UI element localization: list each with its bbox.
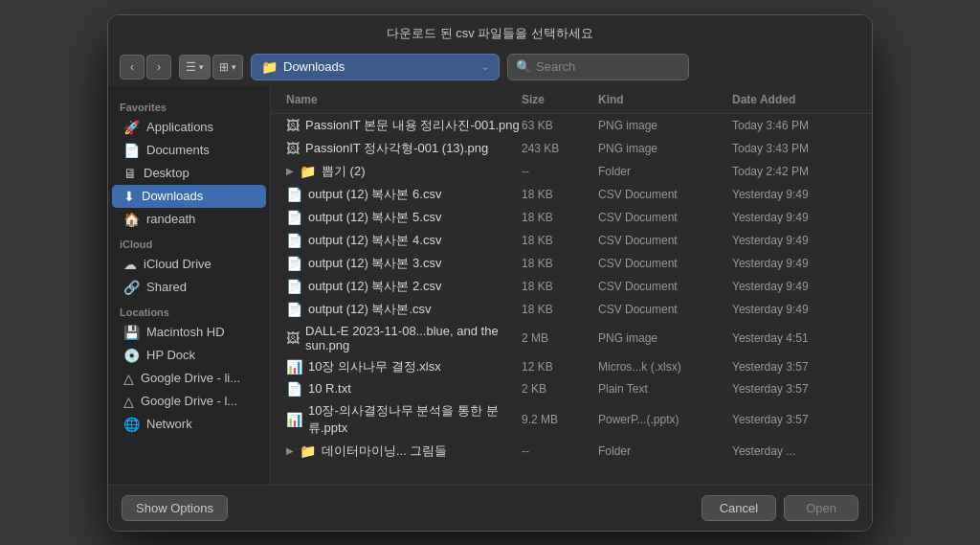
file-type-icon: 🖼 — [286, 141, 300, 156]
file-size: 243 KB — [522, 142, 598, 155]
list-view-button[interactable]: ☰ ▾ — [179, 55, 211, 79]
sidebar-item-macintosh-hd[interactable]: 💾 Macintosh HD — [112, 321, 266, 344]
sidebar-label-randeath: randeath — [146, 212, 195, 226]
main-area: Favorites 🚀 Applications 📄 Documents 🖥 D… — [108, 86, 872, 485]
gdrive2-icon: △ — [123, 394, 134, 409]
col-date: Date Added — [732, 90, 857, 109]
search-input[interactable] — [536, 59, 680, 74]
sidebar-label-macintosh-hd: Macintosh HD — [146, 325, 225, 339]
table-row[interactable]: 📄 10 R.txt 2 KB Plain Text Yesterday 3:5… — [271, 378, 872, 399]
list-icon: ☰ — [186, 60, 196, 74]
file-kind: Micros...k (.xlsx) — [598, 360, 732, 374]
grid-icon: ⊞ — [219, 60, 229, 74]
dialog-title: 다운로드 된 csv 파일들을 선택하세요 — [108, 15, 872, 48]
open-file-dialog: 다운로드 된 csv 파일들을 선택하세요 ‹ › ☰ ▾ ⊞ ▾ 📁 Down… — [107, 14, 873, 532]
applications-icon: 🚀 — [123, 120, 140, 135]
file-name-text: 10장 의사나무 결정.xlsx — [308, 358, 441, 375]
file-date: Yesterday 9:49 — [732, 280, 857, 293]
show-options-button[interactable]: Show Options — [122, 495, 228, 521]
file-kind: PNG image — [598, 119, 732, 132]
search-icon: 🔍 — [516, 59, 531, 74]
folder-file-icon: 📁 — [300, 443, 316, 459]
shared-icon: 🔗 — [123, 280, 140, 295]
file-date: Today 3:43 PM — [732, 142, 857, 155]
file-name-text: 데이터마이닝... 그림들 — [322, 443, 447, 460]
file-type-icon: 📊 — [286, 359, 302, 375]
file-name-text: output (12) 복사본 5.csv — [308, 209, 441, 226]
sidebar-item-google-drive-2[interactable]: △ Google Drive - l... — [112, 390, 266, 413]
sidebar-item-hp-dock[interactable]: 💿 HP Dock — [112, 344, 266, 367]
file-type-icon: 📄 — [286, 302, 302, 317]
table-row[interactable]: 📄 output (12) 복사본 4.csv 18 KB CSV Docume… — [271, 229, 872, 252]
table-row[interactable]: 📊 10장 의사나무 결정.xlsx 12 KB Micros...k (.xl… — [271, 355, 872, 378]
cancel-button[interactable]: Cancel — [702, 495, 776, 521]
expand-arrow-icon: ▶ — [286, 166, 294, 176]
table-row[interactable]: 📄 output (12) 복사본 5.csv 18 KB CSV Docume… — [271, 206, 872, 229]
grid-view-button[interactable]: ⊞ ▾ — [212, 55, 243, 79]
file-type-icon: 📄 — [286, 381, 302, 397]
file-date: Yesterday 3:57 — [732, 413, 857, 426]
back-button[interactable]: ‹ — [120, 55, 145, 79]
file-date: Yesterday 4:51 — [732, 331, 857, 345]
file-size: -- — [522, 444, 598, 458]
file-date: Yesterday 3:57 — [732, 382, 857, 396]
file-kind: CSV Document — [598, 188, 732, 201]
table-row[interactable]: ▶ 📁 뽑기 (2) -- Folder Today 2:42 PM — [271, 160, 872, 183]
file-type-icon: 📄 — [286, 187, 302, 202]
file-size: -- — [522, 165, 598, 178]
hd-icon: 💾 — [123, 325, 140, 340]
file-name-text: output (12) 복사본 4.csv — [308, 232, 441, 249]
table-row[interactable]: 📄 output (12) 복사본 3.csv 18 KB CSV Docume… — [271, 252, 872, 275]
sidebar-label-icloud-drive: iCloud Drive — [144, 257, 212, 271]
table-row[interactable]: 📄 output (12) 복사본.csv 18 KB CSV Document… — [271, 298, 872, 321]
file-kind: PowerP...(.pptx) — [598, 413, 732, 426]
table-row[interactable]: 📄 output (12) 복사본 6.csv 18 KB CSV Docume… — [271, 183, 872, 206]
file-type-icon: 🖼 — [286, 118, 300, 133]
footer: Show Options Cancel Open — [108, 485, 872, 531]
file-type-icon: 📄 — [286, 210, 302, 225]
file-size: 2 KB — [522, 382, 598, 396]
forward-button[interactable]: › — [146, 55, 171, 79]
file-date: Today 2:42 PM — [732, 165, 857, 178]
sidebar-item-downloads[interactable]: ⬇ Downloads — [112, 185, 266, 208]
sidebar-item-network[interactable]: 🌐 Network — [112, 413, 266, 436]
sidebar-item-applications[interactable]: 🚀 Applications — [112, 116, 266, 139]
file-size: 18 KB — [522, 188, 598, 201]
file-date: Yesterday 3:57 — [732, 360, 857, 374]
file-kind: Plain Text — [598, 382, 732, 396]
file-list: Name Size Kind Date Added 🖼 PassionIT 본문… — [271, 86, 872, 485]
location-dropdown[interactable]: 📁 Downloads ⌄ — [251, 54, 500, 80]
file-name-text: PassionIT 정사각형-001 (13).png — [305, 140, 488, 157]
file-kind: PNG image — [598, 331, 732, 345]
sidebar-item-desktop[interactable]: 🖥 Desktop — [112, 162, 266, 185]
open-button[interactable]: Open — [784, 495, 858, 521]
table-row[interactable]: 🖼 PassionIT 정사각형-001 (13).png 243 KB PNG… — [271, 137, 872, 160]
table-row[interactable]: 📊 10장-의사결정나무 분석을 통한 분류.pptx 9.2 MB Power… — [271, 399, 872, 440]
home-icon: 🏠 — [123, 212, 140, 227]
sidebar-item-icloud-drive[interactable]: ☁ iCloud Drive — [112, 253, 266, 276]
table-row[interactable]: ▶ 📁 데이터마이닝... 그림들 -- Folder Yesterday ..… — [271, 440, 872, 463]
table-row[interactable]: 🖼 DALL-E 2023-11-08...blue, and the sun.… — [271, 321, 872, 355]
file-date: Yesterday 9:49 — [732, 188, 857, 201]
table-row[interactable]: 📄 output (12) 복사본 2.csv 18 KB CSV Docume… — [271, 275, 872, 298]
downloads-icon: ⬇ — [123, 189, 135, 204]
sidebar-item-google-drive-1[interactable]: △ Google Drive - li... — [112, 367, 266, 390]
file-kind: CSV Document — [598, 257, 732, 270]
sidebar-label-shared: Shared — [146, 280, 187, 294]
file-name-text: PassionIT 본문 내용 정리사진-001.png — [305, 117, 520, 134]
file-type-icon: 📄 — [286, 279, 302, 294]
sidebar-item-randeath[interactable]: 🏠 randeath — [112, 208, 266, 231]
network-icon: 🌐 — [123, 417, 140, 432]
sidebar-item-shared[interactable]: 🔗 Shared — [112, 276, 266, 299]
file-kind: Folder — [598, 444, 732, 458]
table-row[interactable]: 🖼 PassionIT 본문 내용 정리사진-001.png 63 KB PNG… — [271, 114, 872, 137]
sidebar-item-documents[interactable]: 📄 Documents — [112, 139, 266, 162]
file-name-text: 10 R.txt — [308, 381, 351, 396]
toolbar: ‹ › ☰ ▾ ⊞ ▾ 📁 Downloads ⌄ 🔍 — [108, 48, 872, 86]
expand-arrow-icon: ▶ — [286, 445, 294, 456]
file-name-text: 10장-의사결정나무 분석을 통한 분류.pptx — [308, 402, 522, 437]
file-date: Yesterday 9:49 — [732, 303, 857, 316]
file-kind: Folder — [598, 165, 732, 178]
file-size: 18 KB — [522, 303, 598, 316]
search-box[interactable]: 🔍 — [507, 54, 689, 80]
